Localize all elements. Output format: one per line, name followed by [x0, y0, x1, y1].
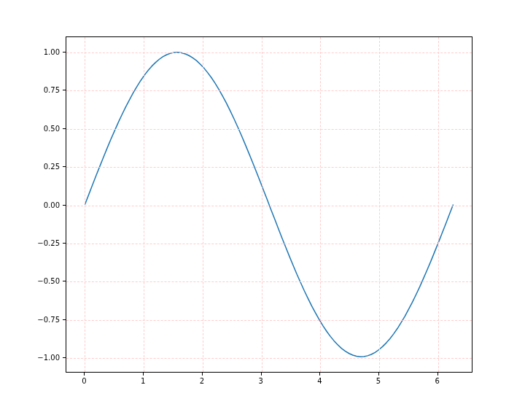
- grid-line-horizontal: [66, 206, 472, 206]
- x-tick-label: 5: [376, 377, 381, 385]
- y-tick: [63, 319, 66, 320]
- x-tick-label: 6: [435, 377, 440, 385]
- x-tick: [84, 373, 85, 376]
- y-tick: [63, 90, 66, 90]
- grid-line-horizontal: [66, 358, 472, 359]
- y-tick: [63, 166, 66, 167]
- y-tick-label: −0.25: [37, 238, 60, 246]
- grid-line-vertical: [144, 37, 144, 372]
- y-tick-label: −0.50: [37, 277, 60, 285]
- series-line: [85, 52, 453, 357]
- grid-line-horizontal: [66, 90, 472, 91]
- grid-line-horizontal: [66, 167, 472, 168]
- grid-line-horizontal: [66, 281, 472, 282]
- axes: [66, 36, 472, 373]
- y-tick-label: 1.00: [44, 47, 60, 55]
- y-tick-label: 0.00: [44, 201, 60, 209]
- x-tick: [202, 373, 203, 376]
- figure: 0123456−1.00−0.75−0.50−0.250.000.250.500…: [0, 0, 525, 420]
- y-tick-label: −0.75: [37, 315, 60, 323]
- y-tick-label: 0.50: [44, 124, 60, 132]
- grid-line-vertical: [379, 37, 380, 372]
- x-tick: [378, 373, 379, 376]
- grid-line-horizontal: [66, 129, 472, 130]
- x-tick-label: 0: [82, 377, 86, 385]
- x-tick: [261, 373, 262, 376]
- grid-line-horizontal: [66, 320, 472, 321]
- grid-line-horizontal: [66, 244, 472, 244]
- grid-line-horizontal: [66, 52, 472, 53]
- y-tick: [63, 205, 66, 206]
- grid-line-vertical: [438, 37, 439, 372]
- y-tick-label: −1.00: [37, 354, 60, 362]
- y-tick: [63, 243, 66, 244]
- x-tick-label: 2: [200, 377, 204, 385]
- x-tick-label: 1: [141, 377, 145, 385]
- y-tick-label: 0.25: [44, 163, 60, 171]
- y-tick: [63, 52, 66, 52]
- x-tick-label: 4: [317, 377, 322, 385]
- y-tick: [63, 281, 66, 281]
- x-tick-label: 3: [258, 377, 262, 385]
- y-tick-label: 0.75: [44, 86, 60, 94]
- x-tick: [438, 373, 438, 376]
- y-tick: [63, 128, 66, 129]
- y-tick: [63, 357, 66, 358]
- x-tick: [319, 373, 320, 376]
- grid-line-vertical: [320, 37, 321, 372]
- line-plot: [66, 37, 472, 372]
- grid-line-vertical: [85, 37, 85, 372]
- grid-line-vertical: [203, 37, 203, 372]
- x-tick: [143, 373, 144, 376]
- grid-line-vertical: [262, 37, 262, 372]
